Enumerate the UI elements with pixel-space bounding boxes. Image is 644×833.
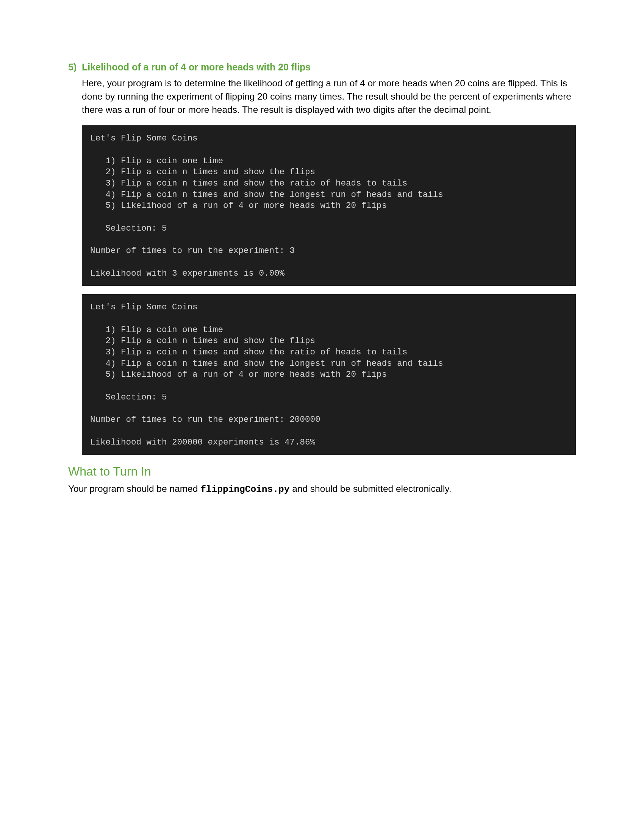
turnin-filename: flippingCoins.py (200, 484, 290, 495)
turnin-prefix: Your program should be named (68, 484, 200, 494)
terminal-output-2: Let's Flip Some Coins 1) Flip a coin one… (82, 294, 576, 455)
section-title: Likelihood of a run of 4 or more heads w… (82, 61, 311, 74)
what-to-turn-in-heading: What to Turn In (68, 463, 576, 480)
turnin-paragraph: Your program should be named flippingCoi… (68, 482, 576, 496)
turnin-suffix: and should be submitted electronically. (290, 484, 451, 494)
section-5-body: Here, your program is to determine the l… (82, 77, 576, 116)
section-5-header: 5) Likelihood of a run of 4 or more head… (68, 61, 576, 74)
terminal-output-1: Let's Flip Some Coins 1) Flip a coin one… (82, 125, 576, 286)
section-number: 5) (68, 61, 82, 74)
